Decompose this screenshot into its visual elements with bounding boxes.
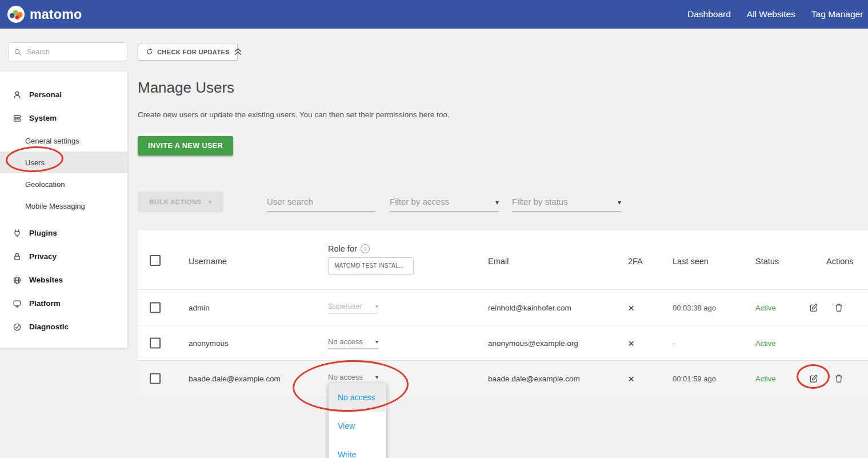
role-value: No access [328,337,363,345]
filter-status-label: Filter by status [512,197,568,206]
caret-down-icon: ▾ [495,198,499,206]
sidebar-item-websites[interactable]: Websites [0,268,127,292]
user-search-field[interactable] [267,192,375,212]
sidebar-item-system[interactable]: System [0,106,127,130]
collapse-menu-icon[interactable] [234,46,242,57]
page-title: Manage Users [138,79,234,97]
brand-name: matomo [30,7,82,22]
person-icon [13,90,22,99]
column-header-username: Username [189,257,227,266]
role-option-write[interactable]: Write [329,440,386,458]
search-input[interactable] [26,47,122,57]
role-select: Superuser ▾ [328,301,378,313]
sidebar-item-plugins[interactable]: Plugins [0,221,127,245]
2fa-disabled-icon: × [628,337,634,348]
sidebar-item-mobile-messaging[interactable]: Mobile Messaging [0,195,127,217]
matomo-admin-page: matomo Dashboard All Websites Tag Manage… [0,0,868,458]
row-checkbox[interactable] [150,302,161,313]
sidebar-item-label: Plugins [29,229,57,237]
last-seen-cell: - [673,338,675,347]
matomo-logo-icon [7,6,25,23]
select-all-checkbox[interactable] [150,255,161,266]
matomo-logo[interactable]: matomo [7,6,82,23]
user-search-input[interactable] [267,192,375,211]
sidebar-item-personal[interactable]: Personal [0,83,127,106]
check-for-updates-button[interactable]: CHECK FOR UPDATES [138,43,238,61]
nav-dashboard[interactable]: Dashboard [687,9,731,19]
last-seen-cell: 00:03:38 ago [673,303,716,312]
caret-down-icon: ▾ [375,338,378,344]
nav-tag-manager[interactable]: Tag Manager [811,9,863,19]
sidebar-search[interactable] [8,42,127,61]
help-icon[interactable]: ? [361,244,370,253]
status-cell: Active [755,303,775,312]
status-cell: Active [755,374,775,383]
username-cell: anonymous [189,338,229,347]
sidebar-item-label: General settings [25,137,79,145]
caret-down-icon: ▾ [375,373,378,380]
invite-new-user-button[interactable]: INVITE A NEW USER [138,136,233,156]
sidebar-item-geolocation[interactable]: Geolocation [0,173,127,195]
sidebar-item-label: Websites [29,276,63,284]
refresh-icon [146,48,153,55]
sidebar-item-label: Diagnostic [29,322,69,331]
sidebar-item-label: Platform [29,299,61,308]
status-cell: Active [755,338,775,347]
sidebar-item-label: Users [25,158,45,167]
email-cell: baade.dale@example.com [488,374,580,383]
filter-by-access-select[interactable]: Filter by access ▾ [390,192,499,212]
actions-cell [809,303,843,312]
role-option-no-access[interactable]: No access [329,383,386,412]
edit-user-icon[interactable] [809,374,818,383]
role-select-open[interactable]: No access ▾ [328,372,378,384]
username-cell: admin [189,303,210,312]
sidebar-item-label: Privacy [29,252,57,261]
row-checkbox[interactable] [150,337,161,348]
email-cell: reinhold@kainhofer.com [488,303,571,312]
role-value: Superuser [328,301,362,310]
sidebar-item-platform[interactable]: Platform [0,292,127,315]
users-table-header: Username Role for ? MATOMO TEST INSTAL..… [138,230,868,289]
search-icon [14,48,22,56]
role-select[interactable]: No access ▾ [328,337,378,349]
top-navbar: matomo Dashboard All Websites Tag Manage… [0,0,868,29]
actions-cell [809,374,843,383]
table-row-anonymous: anonymous No access ▾ anonymous@example.… [138,325,868,360]
filter-by-status-select[interactable]: Filter by status ▾ [512,192,621,212]
delete-user-icon[interactable] [835,374,843,383]
monitor-icon [13,299,22,308]
sidebar-item-label: Personal [29,90,62,99]
sidebar-item-users[interactable]: Users [0,152,127,173]
role-value: No access [328,372,363,381]
email-cell: anonymous@example.org [488,338,578,347]
globe-icon [13,276,22,285]
caret-down-icon: ▾ [209,198,212,206]
filter-access-label: Filter by access [390,197,449,206]
sidebar-item-label: Mobile Messaging [25,202,85,210]
sidebar-item-diagnostic[interactable]: Diagnostic [0,315,127,338]
server-icon [13,114,22,123]
sidebar-menu: Personal System General settings Users G… [0,71,127,348]
role-site-selector[interactable]: MATOMO TEST INSTAL... [328,257,414,274]
2fa-disabled-icon: × [628,302,634,313]
bulk-actions-button[interactable]: BULK ACTIONS ▾ [138,192,223,212]
nav-all-websites[interactable]: All Websites [747,9,795,19]
check-circle-icon [13,322,22,332]
2fa-disabled-icon: × [628,373,634,384]
column-header-role-for: Role for ? [328,244,370,253]
role-option-view[interactable]: View [329,412,386,440]
plug-icon [13,229,22,238]
check-for-updates-label: CHECK FOR UPDATES [157,49,230,55]
lock-icon [13,252,22,261]
sidebar-item-privacy[interactable]: Privacy [0,245,127,268]
column-header-last-seen: Last seen [673,257,709,266]
row-checkbox[interactable] [150,373,161,384]
top-nav-links: Dashboard All Websites Tag Manager [687,0,863,29]
sidebar-item-general-settings[interactable]: General settings [0,130,127,152]
column-header-actions: Actions [826,257,854,266]
edit-user-icon[interactable] [809,303,818,312]
table-row-baade-dale: baade.dale@example.com No access ▾ baade… [138,360,868,396]
delete-user-icon[interactable] [835,303,843,312]
column-header-email: Email [488,257,509,266]
column-header-2fa: 2FA [628,257,643,266]
